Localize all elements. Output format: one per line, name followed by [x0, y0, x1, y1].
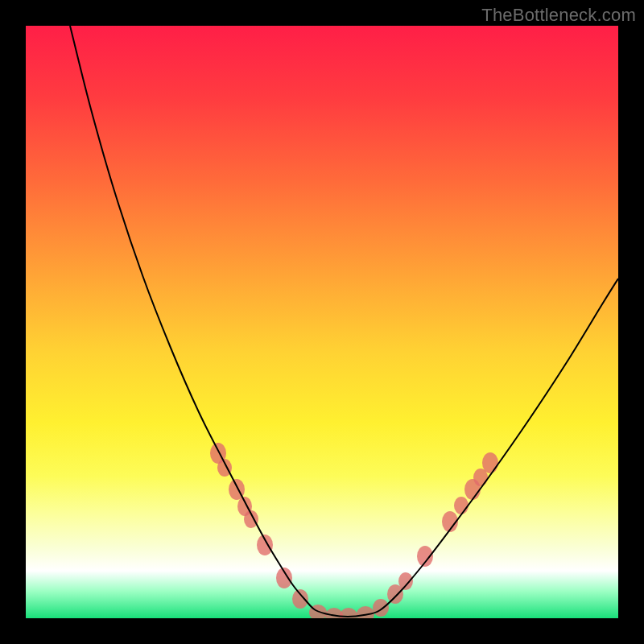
- data-marker: [257, 535, 273, 555]
- marker-layer: [210, 443, 498, 618]
- chart-svg: [26, 26, 618, 618]
- data-marker: [482, 452, 498, 473]
- watermark-text: TheBottleneck.com: [481, 5, 636, 26]
- data-marker: [373, 599, 389, 617]
- data-marker: [454, 497, 469, 514]
- data-marker: [398, 572, 413, 590]
- chart-plot-area: [26, 26, 618, 618]
- data-marker: [292, 589, 308, 609]
- bottleneck-curve: [70, 26, 618, 617]
